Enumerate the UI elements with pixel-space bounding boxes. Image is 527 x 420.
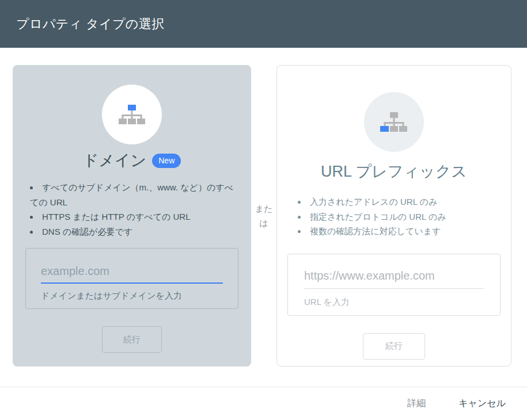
domain-feature-item: HTTPS または HTTP のすべての URL bbox=[30, 209, 234, 224]
url-prefix-feature-item: 入力されたアドレスの URL のみ bbox=[298, 194, 490, 209]
dialog-footer: 詳細 キャンセル bbox=[0, 387, 527, 419]
url-prefix-icon-circle bbox=[364, 92, 424, 152]
or-divider-label: または bbox=[251, 201, 276, 231]
dialog-header: プロパティ タイプの選択 bbox=[0, 0, 527, 48]
url-prefix-input-helper: URL を入力 bbox=[304, 297, 484, 308]
sitemap-tree-icon bbox=[117, 105, 147, 124]
domain-property-card[interactable]: ドメイン New すべてのサブドメイン（m.、www. など）のすべての URL… bbox=[13, 65, 251, 366]
property-type-chooser: ドメイン New すべてのサブドメイン（m.、www. など）のすべての URL… bbox=[0, 48, 527, 366]
domain-feature-item: すべてのサブドメイン（m.、www. など）のすべての URL bbox=[30, 180, 234, 209]
url-prefix-feature-item: 指定されたプロトコルの URL のみ bbox=[298, 209, 490, 224]
url-prefix-input-box: URL を入力 bbox=[287, 254, 501, 316]
url-prefix-input[interactable] bbox=[304, 269, 484, 289]
domain-input[interactable] bbox=[41, 265, 223, 284]
domain-continue-button[interactable]: 続行 bbox=[102, 326, 162, 353]
domain-input-box: ドメインまたはサブドメインを入力 bbox=[25, 248, 238, 309]
url-prefix-continue-button[interactable]: 続行 bbox=[363, 333, 425, 360]
url-prefix-card-title: URL プレフィックス bbox=[321, 161, 467, 182]
domain-card-title: ドメイン bbox=[83, 150, 147, 171]
sitemap-tree-icon bbox=[379, 112, 409, 132]
domain-input-helper: ドメインまたはサブドメインを入力 bbox=[41, 291, 223, 301]
page-title: プロパティ タイプの選択 bbox=[16, 16, 165, 33]
new-badge: New bbox=[152, 154, 181, 168]
cancel-button[interactable]: キャンセル bbox=[458, 398, 506, 410]
domain-icon-circle bbox=[102, 85, 162, 144]
details-link[interactable]: 詳細 bbox=[407, 398, 426, 410]
url-prefix-feature-list: 入力されたアドレスの URL のみ 指定されたプロトコルの URL のみ 複数の… bbox=[277, 194, 511, 239]
domain-feature-item: DNS の確認が必要です bbox=[30, 224, 234, 239]
url-prefix-feature-item: 複数の確認方法に対応しています bbox=[298, 224, 490, 239]
domain-feature-list: すべてのサブドメイン（m.、www. など）のすべての URL HTTPS また… bbox=[13, 180, 251, 239]
url-prefix-property-card[interactable]: URL プレフィックス 入力されたアドレスの URL のみ 指定されたプロトコル… bbox=[276, 65, 511, 366]
